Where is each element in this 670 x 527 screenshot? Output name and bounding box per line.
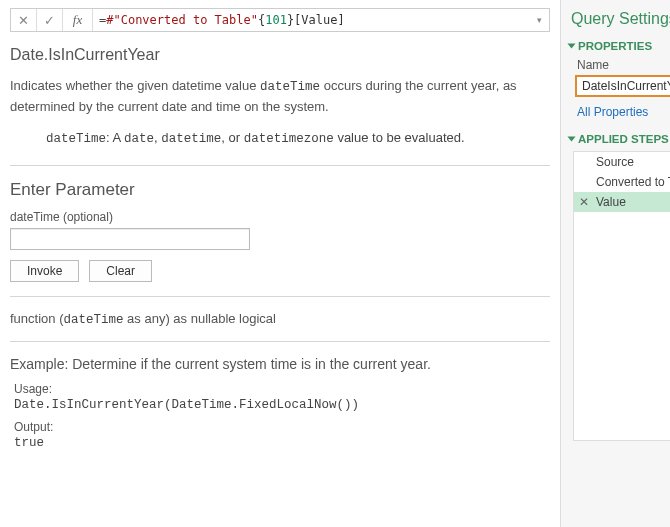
formula-brace-open: { bbox=[258, 13, 265, 27]
function-signature: function (dateTime as any) as nullable l… bbox=[10, 311, 550, 327]
output-label: Output: bbox=[14, 420, 550, 434]
fx-icon: fx bbox=[63, 9, 93, 31]
desc-code: dateTime bbox=[260, 80, 320, 94]
function-title: Date.IsInCurrentYear bbox=[10, 46, 550, 64]
divider bbox=[10, 341, 550, 342]
formula-input[interactable]: = #"Converted to Table" { 101 } [Value] bbox=[93, 9, 529, 31]
datetime-input[interactable] bbox=[10, 228, 250, 250]
properties-section-header[interactable]: PROPERTIES bbox=[569, 40, 670, 52]
usage-code: Date.IsInCurrentYear(DateTime.FixedLocal… bbox=[14, 398, 550, 412]
confirm-icon[interactable]: ✓ bbox=[37, 9, 63, 31]
function-description: Indicates whether the given datetime val… bbox=[10, 76, 550, 116]
query-name-input[interactable]: DateIsInCurrentYear bbox=[575, 75, 670, 97]
usage-label: Usage: bbox=[14, 382, 550, 396]
button-row: Invoke Clear bbox=[10, 260, 550, 282]
expand-icon bbox=[568, 137, 576, 142]
divider bbox=[10, 296, 550, 297]
clear-button[interactable]: Clear bbox=[89, 260, 152, 282]
invoke-button[interactable]: Invoke bbox=[10, 260, 79, 282]
cancel-icon[interactable]: ✕ bbox=[11, 9, 37, 31]
formula-brace-close: } bbox=[287, 13, 294, 27]
expand-icon bbox=[568, 44, 576, 49]
query-settings-title: Query Settings bbox=[571, 10, 670, 28]
param-label: dateTime (optional) bbox=[10, 210, 550, 224]
step-item[interactable]: Source bbox=[574, 152, 670, 172]
formula-expand-icon[interactable]: ▾ bbox=[529, 9, 549, 31]
formula-field: [Value] bbox=[294, 13, 345, 27]
step-label: Value bbox=[596, 195, 626, 209]
enter-parameter-heading: Enter Parameter bbox=[10, 180, 550, 200]
param-description: dateTime: A date, datetime, or datetimez… bbox=[46, 128, 550, 149]
applied-steps-list: Source Converted to Table ✕ Value bbox=[573, 151, 670, 441]
formula-bar: ✕ ✓ fx = #"Converted to Table" { 101 } [… bbox=[10, 8, 550, 32]
divider bbox=[10, 165, 550, 166]
name-label: Name bbox=[577, 58, 670, 72]
query-settings-panel: Query Settings PROPERTIES Name DateIsInC… bbox=[560, 0, 670, 527]
param-name: dateTime bbox=[46, 132, 106, 146]
all-properties-link[interactable]: All Properties bbox=[577, 105, 670, 119]
formula-lit: #"Converted to Table" bbox=[106, 13, 258, 27]
output-code: true bbox=[14, 436, 550, 450]
formula-eq: = bbox=[99, 13, 106, 27]
example-heading: Example: Determine if the current system… bbox=[10, 356, 550, 372]
delete-step-icon[interactable]: ✕ bbox=[579, 195, 589, 209]
formula-num: 101 bbox=[265, 13, 287, 27]
step-item-selected[interactable]: ✕ Value bbox=[574, 192, 670, 212]
desc-text-a: Indicates whether the given datetime val… bbox=[10, 78, 260, 93]
step-item[interactable]: Converted to Table bbox=[574, 172, 670, 192]
applied-steps-section-header[interactable]: APPLIED STEPS bbox=[569, 133, 670, 145]
main-panel: ✕ ✓ fx = #"Converted to Table" { 101 } [… bbox=[0, 0, 560, 527]
